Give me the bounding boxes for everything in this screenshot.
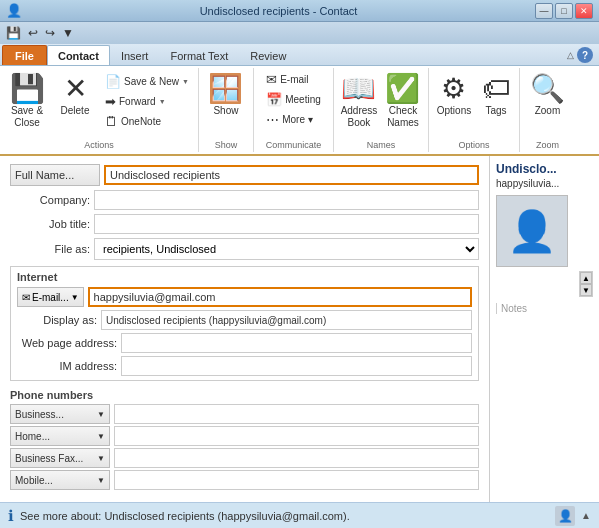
- scroll-up-button[interactable]: ▲: [580, 272, 592, 284]
- mobile-button[interactable]: Mobile... ▼: [10, 470, 110, 490]
- maximize-button[interactable]: □: [555, 3, 573, 19]
- business-row: Business... ▼: [10, 404, 479, 424]
- options-button[interactable]: ⚙ Options: [433, 70, 475, 120]
- onenote-button[interactable]: 🗒 OneNote: [100, 112, 194, 131]
- side-name: Undisclo...: [496, 162, 557, 176]
- email-input[interactable]: [88, 287, 472, 307]
- quick-access-toolbar: 💾 ↩ ↪ ▼: [0, 22, 599, 44]
- title-bar-controls: — □ ✕: [535, 3, 593, 19]
- address-book-button[interactable]: 📖 AddressBook: [338, 70, 380, 132]
- home-phone-input[interactable]: [114, 426, 479, 446]
- tab-file[interactable]: File: [2, 45, 47, 65]
- full-name-input[interactable]: [104, 165, 479, 185]
- file-as-select[interactable]: recipients, Undisclosed: [94, 238, 479, 260]
- minimize-button[interactable]: —: [535, 3, 553, 19]
- ribbon-group-zoom: 🔍 Zoom Zoom: [520, 68, 575, 152]
- phone-section: Phone numbers Business... ▼ Home... ▼: [10, 389, 479, 492]
- names-group-label: Names: [367, 138, 396, 150]
- tab-format-text[interactable]: Format Text: [159, 45, 239, 65]
- save-close-label: Save &Close: [11, 105, 43, 129]
- meeting-icon: 📅: [266, 92, 282, 107]
- internet-label: Internet: [17, 271, 472, 283]
- display-as-input[interactable]: [101, 310, 472, 330]
- collapse-ribbon-icon[interactable]: △: [567, 50, 574, 60]
- business-fax-input[interactable]: [114, 448, 479, 468]
- email-row: ✉ E-mail... ▼: [17, 287, 472, 307]
- qa-save-button[interactable]: 💾: [4, 25, 23, 41]
- more-icon: ⋯: [266, 112, 279, 127]
- forward-icon: ➡: [105, 94, 116, 109]
- check-names-icon: ✅: [385, 75, 420, 103]
- scroll-down-button[interactable]: ▼: [580, 284, 592, 296]
- title-bar-icon: 👤: [6, 3, 22, 18]
- full-name-button[interactable]: Full Name...: [10, 164, 100, 186]
- more-button[interactable]: ⋯ More ▾: [261, 110, 318, 129]
- check-names-button[interactable]: ✅ CheckNames: [382, 70, 424, 132]
- company-input[interactable]: [94, 190, 479, 210]
- save-close-icon: 💾: [10, 75, 45, 103]
- options-group-label: Options: [458, 138, 489, 150]
- display-as-row: Display as:: [17, 310, 472, 330]
- email-dropdown-icon: ✉: [22, 292, 30, 303]
- status-expand-icon[interactable]: ▲: [581, 510, 591, 521]
- qa-undo-button[interactable]: ↩: [26, 25, 40, 41]
- status-text: See more about: Undisclosed recipients (…: [20, 510, 549, 522]
- help-button[interactable]: ?: [577, 47, 593, 63]
- zoom-icon: 🔍: [530, 75, 565, 103]
- communicate-content: ✉ E-mail 📅 Meeting ⋯ More ▾: [261, 70, 326, 138]
- options-content: ⚙ Options 🏷 Tags: [433, 70, 515, 138]
- home-button[interactable]: Home... ▼: [10, 426, 110, 446]
- notes-scrollbar: ▲ ▼: [579, 271, 593, 297]
- file-as-label: File as:: [10, 243, 90, 255]
- email-button[interactable]: ✉ E-mail: [261, 70, 313, 89]
- tab-contact[interactable]: Contact: [47, 45, 110, 65]
- home-row: Home... ▼: [10, 426, 479, 446]
- forward-label: Forward: [119, 96, 156, 107]
- delete-button[interactable]: ✕ Delete: [52, 70, 98, 120]
- close-button[interactable]: ✕: [575, 3, 593, 19]
- delete-label: Delete: [61, 105, 90, 117]
- im-input[interactable]: [121, 356, 472, 376]
- tags-button[interactable]: 🏷 Tags: [477, 70, 515, 120]
- more-label: More ▾: [282, 114, 313, 125]
- job-title-label: Job title:: [10, 218, 90, 230]
- qa-customize-button[interactable]: ▼: [60, 25, 76, 41]
- title-bar: 👤 Undisclosed recipients - Contact — □ ✕: [0, 0, 599, 22]
- business-fax-button[interactable]: Business Fax... ▼: [10, 448, 110, 468]
- notes-label: Notes: [496, 303, 527, 314]
- company-label: Company:: [10, 194, 90, 206]
- business-phone-input[interactable]: [114, 404, 479, 424]
- mobile-input[interactable]: [114, 470, 479, 490]
- zoom-button[interactable]: 🔍 Zoom: [524, 70, 570, 120]
- business-button[interactable]: Business... ▼: [10, 404, 110, 424]
- tags-label: Tags: [485, 105, 506, 117]
- actions-group-label: Actions: [84, 138, 114, 150]
- web-page-input[interactable]: [121, 333, 472, 353]
- email-dropdown-arrow: ▼: [71, 293, 79, 302]
- save-close-button[interactable]: 💾 Save &Close: [4, 70, 50, 132]
- qa-redo-button[interactable]: ↪: [43, 25, 57, 41]
- status-info-icon: ℹ: [8, 507, 14, 525]
- show-button[interactable]: 🪟 Show: [203, 70, 249, 120]
- tags-icon: 🏷: [482, 75, 510, 103]
- forward-button[interactable]: ➡ Forward ▼: [100, 92, 194, 111]
- save-new-button[interactable]: 📄 Save & New ▼: [100, 72, 194, 91]
- tab-insert[interactable]: Insert: [110, 45, 160, 65]
- email-dropdown-button[interactable]: ✉ E-mail... ▼: [17, 287, 84, 307]
- form-area: Full Name... Company: Job title: File as…: [0, 156, 599, 502]
- communicate-group-label: Communicate: [266, 138, 322, 150]
- save-new-dropdown-icon: ▼: [182, 78, 189, 85]
- job-title-input[interactable]: [94, 214, 479, 234]
- ribbon-group-actions: 💾 Save &Close ✕ Delete 📄 Save & New ▼: [0, 68, 199, 152]
- zoom-content: 🔍 Zoom: [524, 70, 570, 138]
- meeting-button[interactable]: 📅 Meeting: [261, 90, 326, 109]
- show-group-label: Show: [215, 138, 238, 150]
- email-icon: ✉: [266, 72, 277, 87]
- options-label: Options: [437, 105, 471, 117]
- tab-review[interactable]: Review: [239, 45, 297, 65]
- side-email: happysiluvia...: [496, 178, 559, 189]
- avatar: 👤: [496, 195, 568, 267]
- side-panel: Undisclo... happysiluvia... 👤 ▲ ▼ Notes: [489, 156, 599, 502]
- status-avatar: 👤: [555, 506, 575, 526]
- status-bar: ℹ See more about: Undisclosed recipients…: [0, 502, 599, 528]
